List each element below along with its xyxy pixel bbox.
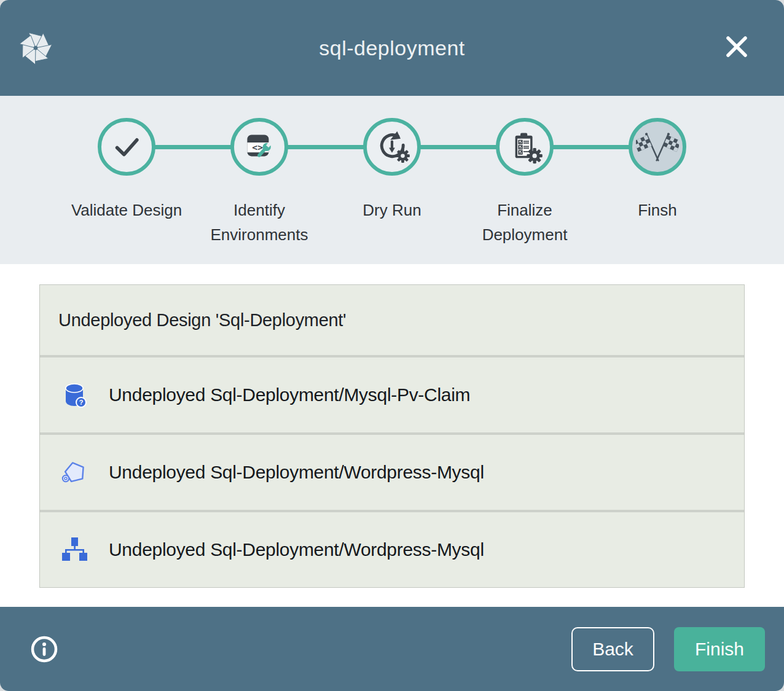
step-circle-finalize-deployment[interactable] (496, 118, 554, 176)
database-question-icon: ? (60, 380, 89, 410)
step-circle-identify-environments[interactable]: <> (230, 118, 288, 176)
step-label: Finalize Deployment (460, 198, 589, 247)
back-button[interactable]: Back (571, 627, 654, 671)
task-text: Undeployed Sql-Deployment/Mysql-Pv-Claim (109, 385, 470, 405)
step-dry-run: Dry Run (326, 118, 458, 247)
task-text: Undeployed Sql-Deployment/Wordpress-Mysq… (109, 539, 484, 560)
close-button[interactable] (721, 32, 752, 63)
code-window-wrench-icon: <> (238, 125, 281, 168)
step-finish: Finsh (591, 118, 724, 247)
step-circle-validate-design[interactable] (98, 118, 155, 176)
step-identify-environments: <> Identify Environments (193, 118, 326, 247)
close-icon (723, 33, 751, 63)
clipboard-gear-icon (503, 125, 546, 168)
info-button[interactable] (29, 634, 59, 664)
rerun-gear-icon (370, 125, 414, 168)
info-icon (29, 657, 59, 666)
cloudify-logo-icon (18, 31, 53, 65)
wizard-stepper: Validate Design <> (0, 96, 784, 264)
task-list: Undeployed Design 'Sql-Deployment' ? Und… (39, 284, 745, 588)
step-finalize-deployment: Finalize Deployment (458, 118, 591, 247)
task-row-mysql-pv-claim: ? Undeployed Sql-Deployment/Mysql-Pv-Cla… (40, 355, 744, 432)
deployment-wizard-modal: sql-deployment (0, 0, 784, 691)
finish-flags-icon (636, 125, 679, 168)
footer-bar: Back Finish (0, 607, 784, 691)
header-bar: sql-deployment (0, 0, 784, 96)
dialog-title: sql-deployment (0, 36, 784, 60)
task-row-wordpress-mysql-node: Undeployed Sql-Deployment/Wordpress-Mysq… (40, 432, 744, 510)
step-circle-finish[interactable] (629, 118, 686, 176)
svg-text:?: ? (79, 399, 84, 406)
task-row-design: Undeployed Design 'Sql-Deployment' (40, 285, 744, 355)
check-icon (105, 125, 148, 168)
task-text: Undeployed Design 'Sql-Deployment' (58, 310, 346, 330)
content-area: Undeployed Design 'Sql-Deployment' ? Und… (0, 264, 784, 607)
step-label: Finsh (638, 198, 677, 222)
screen: sql-deployment (0, 0, 784, 691)
step-circle-dry-run[interactable] (363, 118, 421, 176)
step-validate-design: Validate Design (60, 118, 193, 247)
pentagon-node-icon (60, 458, 89, 487)
step-label: Identify Environments (195, 198, 324, 247)
finish-button[interactable]: Finish (674, 627, 765, 671)
step-label: Validate Design (71, 198, 182, 222)
sitemap-icon (60, 535, 89, 564)
task-row-wordpress-mysql-topology: Undeployed Sql-Deployment/Wordpress-Mysq… (40, 510, 744, 587)
step-label: Dry Run (363, 198, 421, 222)
task-text: Undeployed Sql-Deployment/Wordpress-Mysq… (109, 462, 484, 483)
